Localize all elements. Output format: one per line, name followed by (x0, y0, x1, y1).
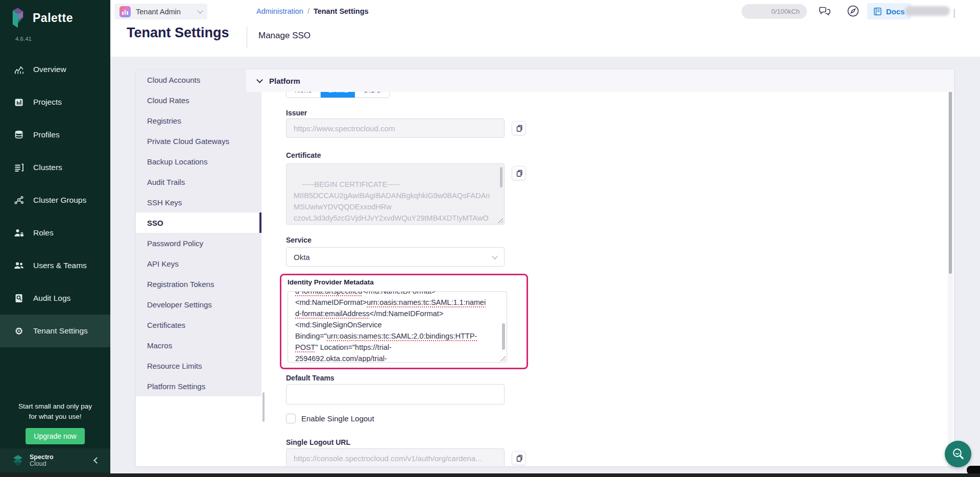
sidebar-item-label: Audit Logs (33, 294, 70, 303)
compass-help-icon[interactable] (847, 5, 859, 19)
bar-chart-icon (13, 97, 25, 107)
copy-single-logout-url-button[interactable] (512, 451, 526, 465)
app-logo: Palette (0, 0, 110, 29)
resize-handle-icon[interactable] (500, 356, 506, 361)
chat-icon[interactable] (818, 5, 831, 19)
single-logout-url-label: Single Logout URL (286, 438, 350, 446)
settings-nav-audit-trails[interactable]: Audit Trails (136, 172, 261, 192)
settings-nav-cloud-accounts[interactable]: Cloud Accounts (136, 69, 261, 90)
copy-issuer-button[interactable] (512, 121, 526, 135)
issuer-label: Issuer (286, 109, 307, 117)
settings-nav-macros[interactable]: Macros (136, 335, 261, 355)
palette-logo-icon (9, 7, 27, 29)
copy-icon (515, 455, 523, 462)
single-logout-url-input[interactable] (286, 448, 505, 466)
chevron-down-icon (256, 77, 263, 83)
book-icon (873, 7, 882, 16)
settings-nav-registration-tokens[interactable]: Registration Tokens (136, 274, 261, 294)
default-teams-label: Default Teams (286, 374, 334, 382)
enable-single-logout-checkbox[interactable] (286, 414, 296, 423)
tenant-settings-panel: Infrastructure Cloud Accounts Cloud Rate… (136, 69, 954, 466)
settings-nav: Infrastructure Cloud Accounts Cloud Rate… (136, 69, 261, 466)
chevron-down-icon (492, 253, 497, 259)
enable-single-logout-label: Enable Single Logout (301, 414, 374, 423)
sidebar-item-label: Clusters (33, 163, 62, 172)
settings-nav-developer-settings[interactable]: Developer Settings (136, 294, 261, 315)
sidebar-item-tenant-settings[interactable]: ⚙ Tenant Settings (0, 315, 110, 347)
search-assistant-button[interactable] (945, 441, 971, 467)
user-menu-chevron-icon[interactable] (954, 9, 954, 18)
sidebar-item-cluster-groups[interactable]: Cluster Groups (0, 184, 110, 217)
bottom-strip (0, 473, 980, 477)
sidebar-item-label: Overview (33, 65, 66, 74)
default-teams-input[interactable] (286, 384, 505, 404)
user-name-redacted[interactable] (905, 6, 950, 16)
tab-manage-sso[interactable]: Manage SSO (258, 31, 310, 41)
copy-icon (515, 170, 523, 177)
settings-nav-registries[interactable]: Registries (136, 110, 261, 131)
sidebar-item-label: Cluster Groups (33, 196, 86, 205)
idp-metadata-label: Identity Provider Metadata (288, 278, 374, 286)
title-divider (247, 27, 247, 48)
sidebar-item-users-teams[interactable]: Users & Teams (0, 249, 110, 282)
idp-metadata-scrollbar[interactable] (502, 323, 505, 350)
collapse-sidebar-icon[interactable] (93, 457, 100, 464)
breadcrumb-current: Tenant Settings (314, 7, 369, 15)
enable-single-logout-row: Enable Single Logout (286, 414, 374, 423)
breadcrumb-administration[interactable]: Administration (256, 7, 303, 15)
sidebar-item-overview[interactable]: Overview (0, 53, 110, 86)
chevron-down-icon (197, 8, 203, 13)
scope-selector[interactable]: Tenant Admin (114, 4, 207, 19)
service-label: Service (286, 236, 312, 244)
copy-certificate-button[interactable] (512, 166, 526, 180)
settings-nav-cloud-rates[interactable]: Cloud Rates (136, 90, 261, 110)
sidebar-item-projects[interactable]: Projects (0, 86, 110, 118)
sidebar-item-profiles[interactable]: Profiles (0, 118, 110, 151)
issuer-input[interactable] (286, 118, 505, 138)
sidebar-item-clusters[interactable]: Clusters (0, 151, 110, 184)
copy-icon (515, 125, 523, 132)
sidebar-item-label: Projects (33, 98, 62, 107)
layers-icon (13, 130, 25, 140)
sidebar-item-audit-logs[interactable]: Audit Logs (0, 282, 110, 315)
app-name: Palette (33, 11, 73, 25)
settings-nav-private-cloud-gateways[interactable]: Private Cloud Gateways (136, 131, 261, 151)
settings-nav-password-policy[interactable]: Password Policy (136, 233, 261, 253)
idp-metadata-highlight-box: Identity Provider Metadata d-format:unsp… (280, 274, 528, 369)
scope-selector-value: Tenant Admin (136, 8, 193, 16)
sidebar-item-roles[interactable]: Roles (0, 217, 110, 249)
certificate-textarea[interactable]: -----BEGIN CERTIFICATE----- MIIB5DCCAU2g… (286, 163, 505, 225)
certificate-placeholder: -----BEGIN CERTIFICATE----- MIIB5DCCAU2g… (294, 180, 490, 225)
settings-nav-platform-settings[interactable]: Platform Settings (136, 376, 261, 396)
idp-metadata-text: d-format:unspecified</md:NameIDFormat><m… (295, 291, 496, 363)
page-title: Tenant Settings (127, 25, 229, 41)
service-select[interactable]: Okta (286, 247, 505, 267)
tenant-admin-icon (119, 6, 131, 17)
settings-nav-platform[interactable]: Platform (246, 69, 954, 92)
sidebar-item-label: Users & Teams (33, 261, 87, 270)
user-lock-icon (13, 228, 25, 238)
sidebar-item-label: Tenant Settings (33, 326, 88, 336)
resize-handle-icon[interactable] (498, 218, 503, 223)
spectro-cloud-logo-icon (11, 454, 25, 467)
certificate-scrollbar[interactable] (500, 167, 503, 187)
upgrade-promo: Start small and only pay for what you us… (0, 401, 110, 444)
users-icon (13, 260, 25, 271)
app-version: 4.6.41 (0, 29, 110, 42)
service-select-value: Okta (294, 253, 310, 261)
settings-nav-api-keys[interactable]: API Keys (136, 253, 261, 274)
panel-scrollbar-thumb[interactable] (949, 91, 952, 274)
settings-nav-sso[interactable]: SSO (136, 212, 261, 233)
audit-log-icon (13, 293, 25, 303)
idp-metadata-textarea[interactable]: d-format:unspecified</md:NameIDFormat><m… (288, 291, 507, 363)
upgrade-now-button[interactable]: Upgrade now (26, 428, 84, 444)
docs-label: Docs (886, 7, 905, 16)
settings-nav-resource-limits[interactable]: Resource Limits (136, 355, 261, 376)
settings-nav-backup-locations[interactable]: Backup Locations (136, 151, 261, 172)
settings-nav-certificates[interactable]: Certificates (136, 315, 261, 335)
docs-button[interactable]: Docs (867, 3, 911, 19)
settings-nav-scrollbar[interactable] (262, 392, 265, 422)
settings-nav-ssh-keys[interactable]: SSH Keys (136, 192, 261, 212)
sidebar-item-label: Profiles (33, 130, 60, 139)
spectro-cloud-brand: Spectro Cloud (30, 454, 89, 467)
